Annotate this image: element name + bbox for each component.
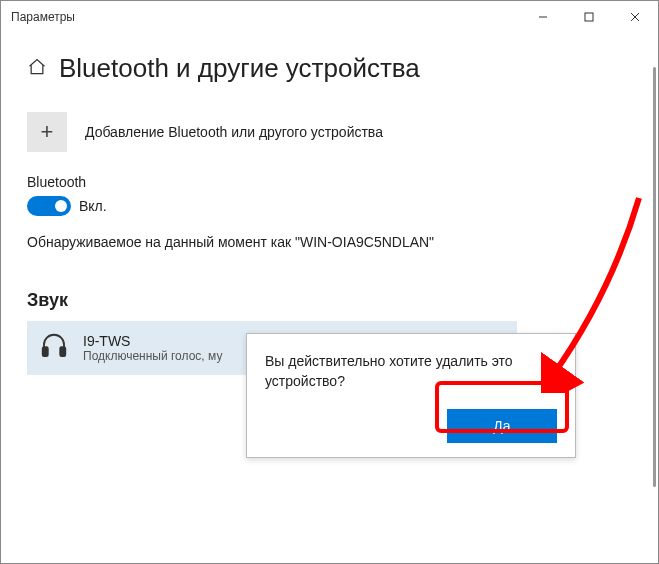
bluetooth-toggle-row: Вкл. <box>27 196 632 216</box>
page-title: Bluetooth и другие устройства <box>59 53 420 84</box>
content-area: Bluetooth и другие устройства + Добавлен… <box>1 33 658 563</box>
window-controls <box>520 1 658 33</box>
dialog-message: Вы действительно хотите удалить это устр… <box>265 352 557 391</box>
plus-icon[interactable]: + <box>27 112 67 152</box>
page-header: Bluetooth и другие устройства <box>27 53 632 84</box>
yes-button[interactable]: Да <box>447 409 557 443</box>
add-device-row[interactable]: + Добавление Bluetooth или другого устро… <box>27 112 632 152</box>
bluetooth-state-text: Вкл. <box>79 198 107 214</box>
dialog-actions: Да <box>265 409 557 443</box>
svg-rect-4 <box>43 347 48 356</box>
headphones-icon <box>39 331 69 365</box>
scrollbar[interactable] <box>653 67 656 487</box>
sound-section-title: Звук <box>27 290 632 311</box>
minimize-button[interactable] <box>520 1 566 33</box>
home-icon[interactable] <box>27 57 47 81</box>
add-device-label: Добавление Bluetooth или другого устройс… <box>85 124 383 140</box>
svg-rect-5 <box>60 347 65 356</box>
device-status: Подключенный голос, му <box>83 349 222 363</box>
svg-rect-1 <box>585 13 593 21</box>
bluetooth-toggle[interactable] <box>27 196 71 216</box>
close-button[interactable] <box>612 1 658 33</box>
titlebar: Параметры <box>1 1 658 33</box>
discoverable-text: Обнаруживаемое на данный момент как "WIN… <box>27 234 632 250</box>
bluetooth-label: Bluetooth <box>27 174 632 190</box>
window-title: Параметры <box>11 10 520 24</box>
maximize-button[interactable] <box>566 1 612 33</box>
device-name: I9-TWS <box>83 333 222 349</box>
device-info: I9-TWS Подключенный голос, му <box>83 333 222 363</box>
confirm-dialog: Вы действительно хотите удалить это устр… <box>246 333 576 458</box>
